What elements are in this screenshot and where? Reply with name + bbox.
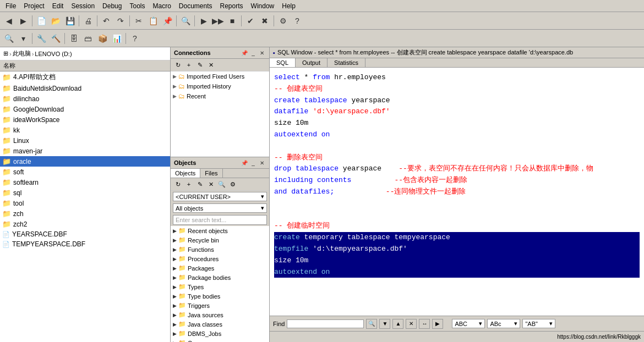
file-item[interactable]: 📄YEARSPACE.DBF	[0, 229, 170, 239]
obj-tree-item[interactable]: ▶📁Procedures	[171, 254, 269, 263]
file-item[interactable]: 📁GoogleDownload	[0, 104, 170, 114]
conn-refresh[interactable]: ↻	[173, 60, 183, 70]
tb2-db1[interactable]: 🗄	[67, 32, 80, 45]
conn-edit[interactable]: ✎	[195, 60, 205, 70]
tb2-db2[interactable]: 🗃	[81, 32, 95, 45]
menu-documents[interactable]: Documents	[176, 1, 216, 11]
obj-tree-item[interactable]: ▶📁Java sources	[171, 310, 269, 319]
breadcrumb-home[interactable]: ⊞	[3, 50, 8, 57]
sql-tab-statistics[interactable]: Statistics	[328, 58, 365, 67]
menu-macro[interactable]: Macro	[149, 1, 174, 11]
conn-item-history[interactable]: ▶ 🗂 Imported History	[171, 81, 269, 91]
obj-filter[interactable]: 🔍	[217, 179, 227, 189]
obj-tree-item[interactable]: ▶📁Queues	[171, 338, 269, 342]
menu-help[interactable]: Help	[279, 1, 299, 11]
file-item[interactable]: 📁ideaWorkSpace	[0, 114, 170, 125]
obj-tree-item[interactable]: ▶📁Recycle bin	[171, 235, 269, 245]
tb-help[interactable]: ?	[291, 14, 304, 27]
find-clear-btn[interactable]: ✕	[406, 319, 417, 329]
menu-debug[interactable]: Debug	[99, 1, 125, 11]
tb-open[interactable]: 📂	[49, 14, 62, 27]
file-item[interactable]: 📁kk	[0, 125, 170, 135]
find-input[interactable]	[287, 319, 364, 328]
find-next-btn[interactable]: ▼	[379, 319, 390, 329]
tb2-magnify[interactable]: 🔍	[2, 32, 15, 45]
find-quoted-dropdown[interactable]: "AB" ▾	[522, 319, 555, 328]
tb-cut[interactable]: ✂	[132, 14, 145, 27]
file-item[interactable]: 📁zch	[0, 208, 170, 219]
file-item[interactable]: 📁sql	[0, 187, 170, 198]
obj-pin-icon[interactable]: 📌	[241, 159, 248, 167]
menu-file[interactable]: File	[2, 1, 19, 11]
breadcrumb-drive[interactable]: LENOVO (D:)	[35, 51, 72, 57]
file-item[interactable]: 📁oracle	[0, 156, 170, 167]
file-item[interactable]: 📁soft	[0, 167, 170, 177]
obj-minimize-icon[interactable]: _	[249, 159, 257, 167]
find-abc-dropdown[interactable]: ABC ▾	[452, 319, 485, 328]
obj-tree-item[interactable]: ▶📁Functions	[171, 245, 269, 254]
tb-save[interactable]: 💾	[63, 14, 77, 27]
obj-tree-item[interactable]: ▶📁Type bodies	[171, 291, 269, 301]
tab-files[interactable]: Files	[200, 169, 222, 178]
obj-tree-item[interactable]: ▶📁Packages	[171, 263, 269, 273]
file-item[interactable]: 📁dilinchao	[0, 93, 170, 104]
menu-session[interactable]: Session	[68, 1, 98, 11]
file-item[interactable]: 📄TEMPYEARSPACE.DBF	[0, 239, 170, 249]
tb-forward[interactable]: ▶	[17, 14, 30, 27]
obj-search-input[interactable]: Enter search text...	[173, 215, 267, 225]
conn-minimize-icon[interactable]: _	[249, 49, 257, 57]
obj-tree-item[interactable]: ▶📁Types	[171, 282, 269, 291]
menu-edit[interactable]: Edit	[49, 1, 67, 11]
tb-paste[interactable]: 📌	[161, 14, 174, 27]
obj-delete[interactable]: ✕	[206, 179, 216, 189]
sql-tab-sql[interactable]: SQL	[270, 58, 296, 67]
obj-settings[interactable]: ⚙	[228, 179, 238, 189]
tb-new[interactable]: 📄	[35, 14, 48, 27]
tb-run2[interactable]: ▶▶	[211, 14, 225, 27]
tb-back[interactable]: ◀	[2, 14, 15, 27]
tb-undo[interactable]: ↶	[100, 14, 113, 27]
tb2-tool2[interactable]: 🔨	[49, 32, 62, 45]
tb-stop[interactable]: ■	[226, 14, 239, 27]
menu-window[interactable]: Window	[248, 1, 278, 11]
tab-objects[interactable]: Objects	[171, 169, 200, 178]
tb-run[interactable]: ▶	[197, 14, 210, 27]
conn-item-fixed-users[interactable]: ▶ 🗂 Imported Fixed Users	[171, 71, 269, 81]
tb-rollback[interactable]: ✖	[258, 14, 271, 27]
file-item[interactable]: 📁4.API帮助文档	[0, 71, 170, 83]
file-item[interactable]: 📁tool	[0, 198, 170, 208]
obj-add[interactable]: +	[184, 179, 194, 189]
sql-editor[interactable]: select * from hr.employees -- 创建表空间 crea…	[270, 68, 644, 316]
breadcrumb-pc[interactable]: 此电脑	[13, 49, 31, 58]
obj-refresh[interactable]: ↻	[173, 179, 183, 189]
tb-copy[interactable]: 📋	[146, 14, 160, 27]
obj-tree-item[interactable]: ▶📁Package bodies	[171, 273, 269, 282]
tb2-db3[interactable]: 📦	[96, 32, 109, 45]
menu-tools[interactable]: Tools	[126, 1, 148, 11]
obj-tree-item[interactable]: ▶📁Java classes	[171, 319, 269, 329]
obj-tree-item[interactable]: ▶📁Triggers	[171, 301, 269, 310]
find-abc2-dropdown[interactable]: ABc ▾	[487, 319, 520, 328]
all-objects-dropdown[interactable]: All objects ▾	[173, 203, 267, 213]
obj-tree-item[interactable]: ▶📁Recent objects	[171, 226, 269, 235]
conn-item-recent[interactable]: ▶ 🗂 Recent	[171, 91, 269, 101]
obj-close-icon[interactable]: ✕	[258, 159, 266, 167]
tb-print[interactable]: 🖨	[81, 14, 95, 27]
tb2-help[interactable]: ?	[128, 32, 141, 45]
file-item[interactable]: 📁maven-jar	[0, 146, 170, 156]
tb2-wrench[interactable]: 🔧	[35, 32, 48, 45]
tb-redo[interactable]: ↷	[114, 14, 127, 27]
conn-delete[interactable]: ✕	[206, 60, 216, 70]
obj-tree-item[interactable]: ▶📁DBMS_Jobs	[171, 329, 269, 338]
menu-reports[interactable]: Reports	[217, 1, 247, 11]
file-item[interactable]: 📁softlearn	[0, 177, 170, 187]
tb-find[interactable]: 🔍	[179, 14, 192, 27]
find-replace-btn[interactable]: ↔	[419, 319, 430, 329]
conn-close-icon[interactable]: ✕	[258, 49, 266, 57]
menu-project[interactable]: Project	[20, 1, 47, 11]
file-item[interactable]: 📁BaiduNetdiskDownload	[0, 83, 170, 93]
tb-settings[interactable]: ⚙	[276, 14, 290, 27]
tb2-db4[interactable]: 📊	[110, 32, 123, 45]
find-prev-btn[interactable]: 🔍	[366, 319, 377, 329]
find-up-btn[interactable]: ▲	[392, 319, 403, 329]
